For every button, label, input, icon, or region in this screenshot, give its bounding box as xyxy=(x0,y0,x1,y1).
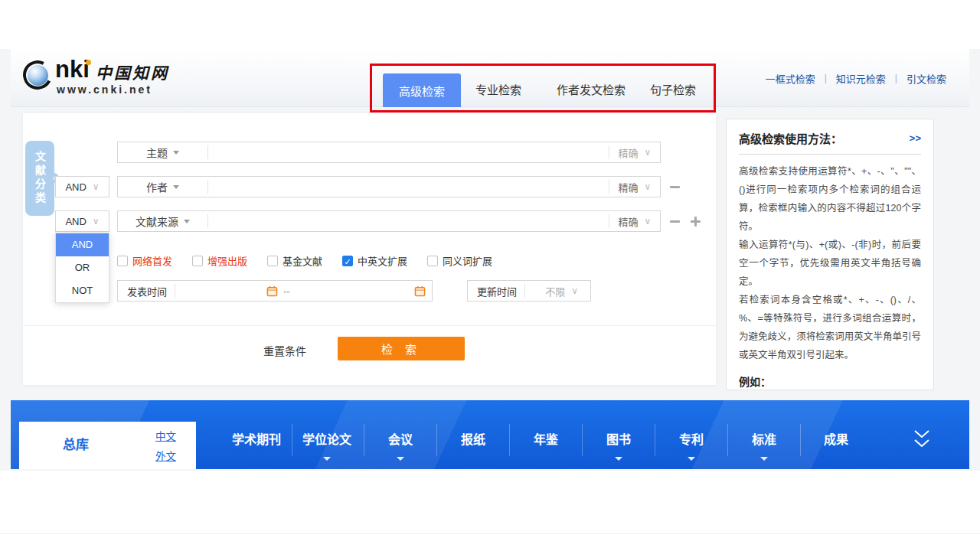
checkbox-enhanced-publish[interactable]: 增强出版 xyxy=(192,253,247,268)
source-input[interactable] xyxy=(208,211,609,231)
dropdown-arrow-icon xyxy=(184,220,190,223)
logo-latin-text: nki xyxy=(55,56,90,83)
checkbox-icon xyxy=(427,256,438,266)
checkbox-cn-en-extension[interactable]: ✓ 中英文扩展 xyxy=(342,253,407,268)
help-title: 高级检索使用方法： xyxy=(739,130,842,146)
checkbox-network-first[interactable]: 网络首发 xyxy=(117,253,172,268)
publish-time-label: 发表时间 xyxy=(118,284,167,298)
nav-divider xyxy=(509,424,510,456)
operator-label: AND xyxy=(65,181,86,193)
checkbox-label: 中英文扩展 xyxy=(358,253,407,268)
nav-divider xyxy=(582,424,583,456)
nav-dropdown-arrow-icon xyxy=(397,457,404,461)
field-select-author[interactable]: 作者 xyxy=(118,179,207,194)
nav-item-books[interactable]: 图书 xyxy=(606,431,631,449)
total-library-label: 总库 xyxy=(63,422,89,469)
help-more-link[interactable]: >> xyxy=(910,132,921,144)
nav-dropdown-arrow-icon xyxy=(615,457,622,461)
field-select-source[interactable]: 文献来源 xyxy=(118,214,207,229)
expand-more-chevron-icon[interactable] xyxy=(908,428,936,457)
footer-divider xyxy=(0,533,980,534)
nav-item-standards[interactable]: 标准 xyxy=(752,431,776,449)
search-row-author: 作者 精确 ∨ xyxy=(117,176,661,197)
logo-site-url: www.cnki.net xyxy=(57,83,152,96)
logo-globe-icon xyxy=(28,65,48,86)
link-citation-search[interactable]: 引文检索 xyxy=(906,71,946,86)
caret-down-icon: ∨ xyxy=(93,181,100,192)
nav-divider xyxy=(364,424,364,456)
checkbox-fund-literature[interactable]: 基金文献 xyxy=(267,253,322,268)
link-one-box-search[interactable]: 一框式检索 xyxy=(766,71,815,86)
checkbox-label: 网络首发 xyxy=(132,253,172,268)
link-knowledge-element-search[interactable]: 知识元检索 xyxy=(836,71,886,86)
nav-divider xyxy=(800,424,801,456)
nav-item-academic-journals[interactable]: 学术期刊 xyxy=(232,431,281,449)
match-mode-select[interactable]: 精确 ∨ xyxy=(609,180,660,194)
divider xyxy=(175,284,175,298)
match-mode-select[interactable]: 精确 ∨ xyxy=(609,145,660,160)
reset-conditions-button[interactable]: 重置条件 xyxy=(263,340,306,364)
subject-input[interactable] xyxy=(208,142,609,162)
cnki-logo[interactable]: nki 中国知网 www.cnki.net xyxy=(23,58,199,101)
nav-item-newspapers[interactable]: 报纸 xyxy=(461,431,485,449)
operator-option-or[interactable]: OR xyxy=(56,256,109,279)
operator-option-not[interactable]: NOT xyxy=(56,279,109,302)
nav-item-patents[interactable]: 专利 xyxy=(679,431,704,449)
calendar-icon[interactable] xyxy=(266,285,278,297)
caret-down-icon: ∨ xyxy=(93,216,100,227)
tab-sentence-search[interactable]: 句子检索 xyxy=(650,73,696,107)
match-mode-label: 精确 xyxy=(619,180,639,194)
operator-label: AND xyxy=(65,216,86,227)
link-separator: | xyxy=(895,73,897,83)
tab-advanced-search[interactable]: 高级检索 xyxy=(383,73,461,107)
tab-professional-search[interactable]: 专业检索 xyxy=(475,73,521,107)
author-input[interactable] xyxy=(208,177,609,197)
help-panel: 高级检索使用方法： >> 高级检索支持使用运算符*、+、-、''、""、()进行… xyxy=(726,119,934,390)
literature-classification-label: 文献分类 xyxy=(32,151,47,206)
caret-down-icon: ∨ xyxy=(571,285,578,296)
match-mode-select[interactable]: 精确 ∨ xyxy=(609,214,660,229)
remove-row-icon[interactable] xyxy=(670,186,680,188)
publish-time-field: 发表时间 -- xyxy=(117,280,433,302)
checkbox-icon xyxy=(117,256,128,266)
update-time-label: 更新时间 xyxy=(468,284,517,298)
add-row-icon[interactable] xyxy=(691,217,701,227)
search-row-source: 文献来源 精确 ∨ xyxy=(117,210,661,232)
field-select-subject[interactable]: 主题 xyxy=(118,145,207,160)
operator-select-row2[interactable]: AND ∨ xyxy=(55,176,109,197)
checkbox-checked-icon: ✓ xyxy=(342,256,353,266)
help-header: 高级检索使用方法： >> xyxy=(739,130,921,146)
nav-item-dissertations[interactable]: 学位论文 xyxy=(302,431,351,449)
database-nav-bar: 总库 中文 外文 学术期刊 学位论文 会议 报纸 年鉴 图书 专利 标准 成果 xyxy=(11,400,969,469)
update-time-value: 不限 xyxy=(545,284,565,298)
nav-divider xyxy=(292,424,292,456)
nav-divider xyxy=(436,424,437,456)
total-library-card[interactable]: 总库 中文 外文 xyxy=(19,422,196,469)
search-button[interactable]: 检 索 xyxy=(338,337,465,360)
operator-option-and[interactable]: AND xyxy=(56,233,109,256)
link-chinese[interactable]: 中文 xyxy=(155,428,176,443)
nav-item-achievements[interactable]: 成果 xyxy=(824,431,848,449)
literature-classification-tab[interactable]: 文献分类 › xyxy=(25,141,54,216)
dropdown-arrow-icon xyxy=(173,151,179,155)
language-links: 中文 外文 xyxy=(155,428,176,463)
link-foreign[interactable]: 外文 xyxy=(155,448,176,463)
update-time-field[interactable]: 更新时间 不限 ∨ xyxy=(467,280,591,302)
remove-row-icon[interactable] xyxy=(670,220,680,223)
help-paragraph: 若检索词本身含空格或*、+、-、()、/、%、=等特殊符号，进行多词组合运算时，… xyxy=(739,291,921,364)
divider xyxy=(524,284,525,298)
checkbox-icon xyxy=(192,256,203,266)
date-range-separator: -- xyxy=(283,285,290,297)
nav-item-conferences[interactable]: 会议 xyxy=(388,431,413,449)
field-label: 主题 xyxy=(146,145,168,160)
calendar-icon[interactable] xyxy=(414,285,426,297)
nav-item-yearbooks[interactable]: 年鉴 xyxy=(534,431,558,449)
caret-down-icon: ∨ xyxy=(645,181,652,192)
dropdown-arrow-icon xyxy=(173,185,179,189)
checkbox-synonym-extension[interactable]: 同义词扩展 xyxy=(427,253,492,268)
checkbox-icon xyxy=(267,256,278,266)
operator-select-row3[interactable]: AND ∨ xyxy=(55,210,109,232)
tab-author-search[interactable]: 作者发文检索 xyxy=(557,73,626,107)
nav-dropdown-arrow-icon xyxy=(760,457,768,461)
nav-dropdown-arrow-icon xyxy=(323,457,331,461)
